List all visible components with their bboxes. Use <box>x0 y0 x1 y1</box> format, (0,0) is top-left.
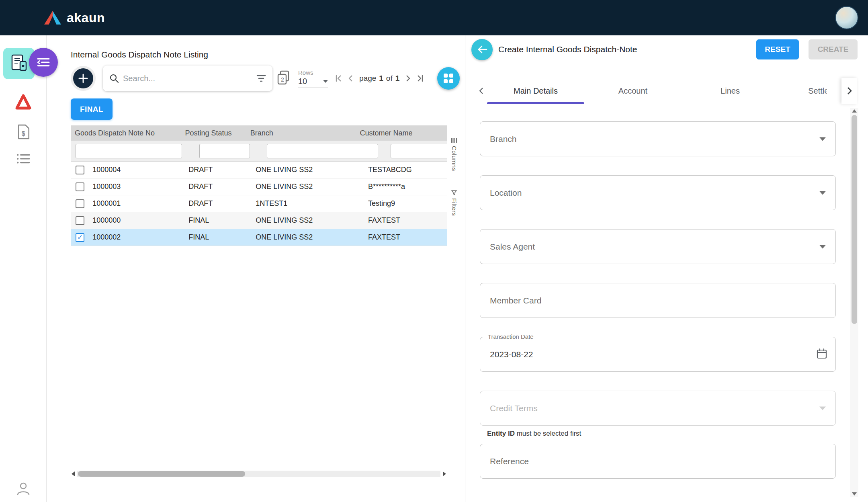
filters-label: Filters <box>451 198 458 216</box>
rows-per-page-select[interactable]: Rows 10 <box>298 69 328 88</box>
user-avatar[interactable] <box>835 6 858 29</box>
screen: akaun $ <box>0 0 868 502</box>
filters-tab[interactable]: Filters <box>451 190 458 216</box>
create-dispatch-note-panel: Create Internal Goods Dispatch-Note RESE… <box>465 35 868 502</box>
row-checkbox[interactable] <box>76 166 84 174</box>
tab-label: Main Details <box>514 86 558 96</box>
chevron-down-icon <box>819 406 826 410</box>
apps-grid-icon <box>443 73 454 84</box>
table-row[interactable]: 1000001 DRAFT 1NTEST1 Testing9 <box>71 195 447 212</box>
row-checkbox[interactable] <box>76 182 84 191</box>
vertical-scrollbar <box>850 108 858 497</box>
of-label: of <box>386 74 393 83</box>
vscroll-thumb[interactable] <box>852 115 857 324</box>
filter-input-goods-dispatch-note-no[interactable] <box>76 144 182 158</box>
table-header: Goods Dispatch Note No Posting Status Br… <box>71 125 447 141</box>
listing-toolbar: 2 Rows 10 <box>71 66 460 91</box>
branch-select[interactable]: Branch <box>480 121 836 156</box>
cell-goods-dispatch-note-no: 1000000 <box>89 216 185 225</box>
row-checkbox[interactable] <box>76 216 84 225</box>
chevron-down-icon <box>819 245 826 248</box>
tab-account[interactable]: Account <box>584 78 682 104</box>
tab-settlement[interactable]: Settlement <box>779 78 827 104</box>
tab-label: Settlement <box>808 86 827 96</box>
location-select[interactable]: Location <box>480 175 836 210</box>
cell-branch: 1NTEST1 <box>252 199 365 208</box>
sidebar-toggle-button[interactable] <box>29 48 58 77</box>
profile-shortcut[interactable] <box>15 480 31 496</box>
chevron-down-icon <box>323 80 328 83</box>
table-row[interactable]: 1000002 FINAL ONE LIVING SS2 FAXTEST <box>71 229 447 246</box>
prev-page-button[interactable] <box>346 73 356 84</box>
reset-button[interactable]: RESET <box>756 39 799 59</box>
detail-tabs: Main Details Account Lines Settlement <box>465 78 868 104</box>
cell-posting-status: FINAL <box>185 216 252 225</box>
reference-field[interactable]: Reference <box>480 444 836 479</box>
transaction-date-field[interactable]: Transaction Date 2023-08-22 <box>480 337 836 372</box>
listing-panel: Internal Goods Dispatch Note Listing <box>47 35 465 502</box>
columns-label: Columns <box>451 146 458 171</box>
member-card-field[interactable]: Member Card <box>480 283 836 318</box>
sales-agent-select[interactable]: Sales Agent <box>480 229 836 264</box>
dispatch-note-table: Goods Dispatch Note No Posting Status Br… <box>71 125 447 246</box>
helper-text: must be selected first <box>515 430 581 437</box>
search-input[interactable] <box>123 74 252 83</box>
first-page-button[interactable] <box>334 73 344 84</box>
scroll-down-button[interactable] <box>850 491 858 497</box>
cell-posting-status: DRAFT <box>185 182 252 191</box>
filter-input-branch[interactable] <box>267 144 378 158</box>
hscroll-thumb[interactable] <box>78 471 245 477</box>
transaction-date-value: 2023-08-22 <box>490 350 533 359</box>
pages-button[interactable]: 2 <box>276 70 290 87</box>
brand-logo[interactable]: akaun <box>43 10 105 25</box>
grid-view-button[interactable] <box>437 67 460 90</box>
create-button[interactable]: CREATE <box>809 39 858 59</box>
tabs-scroll-left-button[interactable] <box>477 78 486 104</box>
col-header-posting-status[interactable]: Posting Status <box>185 129 250 137</box>
current-page: 1 <box>379 74 383 83</box>
pdf-icon <box>14 93 33 111</box>
filter-input-customer-name[interactable] <box>391 144 447 158</box>
columns-tab[interactable]: Columns <box>451 137 458 171</box>
total-pages: 1 <box>395 74 400 83</box>
credit-terms-select: Credit Terms <box>480 391 836 426</box>
row-checkbox[interactable] <box>76 199 84 208</box>
calendar-icon <box>816 348 827 359</box>
table-row[interactable]: 1000003 DRAFT ONE LIVING SS2 B**********… <box>71 178 447 195</box>
final-filter-button[interactable]: FINAL <box>71 98 113 120</box>
page-label: page <box>359 74 376 83</box>
tab-lines[interactable]: Lines <box>682 78 779 104</box>
invoice-shortcut[interactable]: $ <box>17 124 30 139</box>
scroll-left-button[interactable] <box>71 471 76 477</box>
back-button[interactable] <box>471 39 493 60</box>
logo-triangle-icon <box>43 10 62 25</box>
triangle-left-icon <box>72 471 75 476</box>
table-row[interactable]: 1000000 FINAL ONE LIVING SS2 FAXTEST <box>71 212 447 229</box>
add-button[interactable] <box>71 66 96 91</box>
tabs-scroll-right-button[interactable] <box>841 78 857 104</box>
cell-branch: ONE LIVING SS2 <box>252 233 365 242</box>
pdf-shortcut[interactable] <box>14 93 33 111</box>
tab-main-details[interactable]: Main Details <box>487 78 584 104</box>
last-page-button[interactable] <box>415 73 425 84</box>
calendar-button[interactable] <box>816 348 827 361</box>
next-page-button[interactable] <box>403 73 413 84</box>
last-page-icon <box>415 74 425 83</box>
detail-header: Create Internal Goods Dispatch-Note RESE… <box>465 35 868 64</box>
row-checkbox[interactable] <box>76 233 84 242</box>
col-header-branch[interactable]: Branch <box>250 129 360 137</box>
table-row[interactable]: 1000004 DRAFT ONE LIVING SS2 TESTABCDG <box>71 162 447 178</box>
col-header-goods-dispatch-note-no[interactable]: Goods Dispatch Note No <box>75 129 185 137</box>
filter-input-posting-status[interactable] <box>199 144 250 158</box>
detail-title: Create Internal Goods Dispatch-Note <box>498 45 751 54</box>
scroll-up-button[interactable] <box>850 108 858 114</box>
list-shortcut[interactable] <box>16 153 30 164</box>
scroll-right-button[interactable] <box>442 471 447 477</box>
hscroll-track[interactable] <box>77 471 440 477</box>
filter-list-icon[interactable] <box>256 75 266 82</box>
chevron-down-icon <box>819 191 826 195</box>
pages-icon: 2 <box>276 70 290 85</box>
table-zone: Goods Dispatch Note No Posting Status Br… <box>71 125 460 246</box>
first-page-icon <box>334 74 344 83</box>
col-header-customer-name[interactable]: Customer Name <box>360 129 447 137</box>
